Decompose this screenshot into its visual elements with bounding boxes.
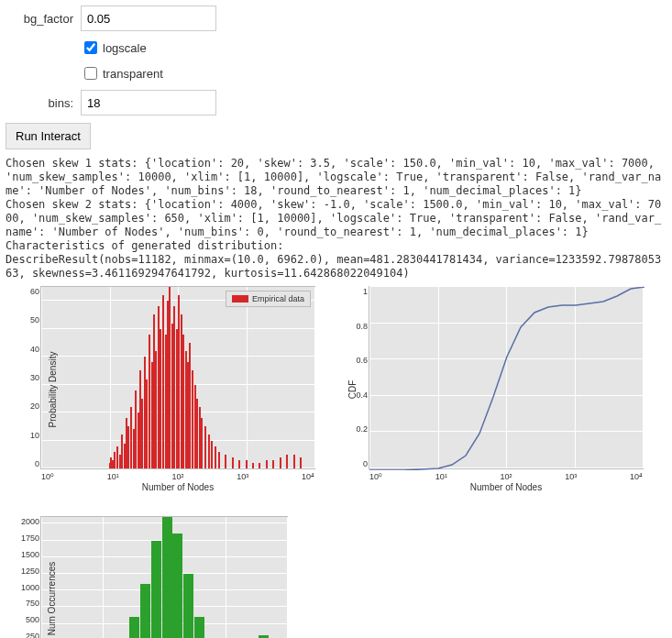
bg-factor-label: bg_factor <box>6 12 81 26</box>
bar <box>135 390 137 468</box>
logscale-checkbox[interactable] <box>84 41 97 54</box>
ylabel-occ: Num Occurrences <box>47 562 57 636</box>
bins-label: bins: <box>6 96 81 110</box>
ylabel-cdf: CDF <box>347 380 358 399</box>
bar <box>121 434 123 468</box>
bar <box>194 617 204 638</box>
bar <box>280 457 281 468</box>
bar <box>300 457 302 468</box>
bar <box>183 574 193 638</box>
bar <box>225 455 226 468</box>
transparent-label: transparent <box>103 67 163 81</box>
bar <box>196 399 198 468</box>
bar <box>211 441 213 468</box>
bar <box>259 463 260 468</box>
transparent-checkbox[interactable] <box>84 67 97 80</box>
bar <box>252 463 254 468</box>
bar <box>151 541 161 639</box>
bar <box>208 434 210 468</box>
bar <box>204 426 206 468</box>
bar <box>169 287 171 468</box>
run-interact-button[interactable]: Run Interact <box>6 123 91 149</box>
bar <box>246 460 248 468</box>
bar <box>114 452 116 468</box>
bar <box>272 460 274 468</box>
bar <box>218 452 220 468</box>
bar <box>155 351 157 468</box>
bar <box>232 457 234 468</box>
cdf-line <box>369 287 644 470</box>
legend-empirical: Empirical data <box>226 291 311 307</box>
bar <box>162 295 164 468</box>
xlabel-density: Number of Nodes <box>40 482 315 492</box>
bar <box>127 426 129 468</box>
bg-factor-input[interactable] <box>81 6 216 31</box>
output-text: Chosen skew 1 stats: {'location': 20, 's… <box>6 157 666 280</box>
bar <box>189 343 191 468</box>
bar <box>172 534 182 638</box>
bar <box>266 460 268 468</box>
ylabel-density: Probability Density <box>48 351 58 427</box>
logscale-label: logscale <box>103 41 147 55</box>
bar <box>215 446 216 468</box>
bins-input[interactable] <box>81 90 216 116</box>
bar <box>176 329 178 468</box>
bar <box>162 517 172 638</box>
plot-occurrences: 200017501500125010007505002500 10⁰10¹10²… <box>40 516 288 638</box>
bar <box>201 418 203 468</box>
bar <box>141 399 143 468</box>
xlabel-cdf: Number of Nodes <box>369 482 644 492</box>
bar <box>182 335 184 468</box>
bar <box>140 584 150 638</box>
bar <box>238 460 240 468</box>
plot-empirical-density: Empirical data 6050403020100 10⁰10¹10²10… <box>40 286 315 492</box>
bar <box>286 455 288 468</box>
plot-cdf: 10.80.60.40.20 10⁰10¹10²10³10⁴ CDF Numbe… <box>369 286 644 492</box>
bar <box>293 455 295 468</box>
bar <box>129 617 139 638</box>
bar <box>149 335 150 468</box>
